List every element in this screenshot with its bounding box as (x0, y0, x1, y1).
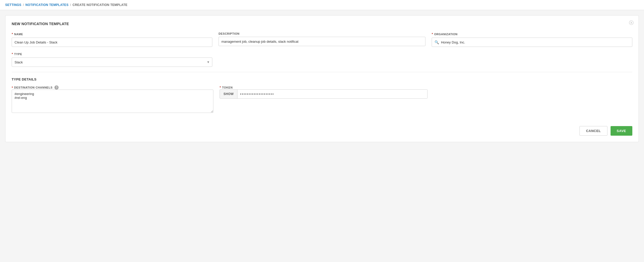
type-required-star: * (12, 52, 13, 56)
save-button[interactable]: SAVE (611, 126, 632, 136)
main-content: NEW NOTIFICATION TEMPLATE ⓧ * NAME DESCR… (0, 10, 644, 147)
destination-channels-textarea[interactable]: #engineering #rel-eng (12, 90, 213, 113)
breadcrumb-sep-2: / (70, 3, 71, 7)
breadcrumb-sep-1: / (23, 3, 24, 7)
organization-input-wrapper: 🔍 (432, 38, 632, 47)
breadcrumb-settings-link[interactable]: SETTINGS (5, 3, 21, 7)
token-input-wrapper: SHOW (220, 89, 428, 99)
close-button[interactable]: ⓧ (628, 20, 634, 26)
token-group: * TOKEN SHOW (220, 85, 428, 114)
token-label: * TOKEN (220, 85, 428, 89)
type-select-wrapper: Slack Email PagerDuty HipChat Webhook ▼ (12, 57, 212, 67)
breadcrumb: SETTINGS / NOTIFICATION TEMPLATES / CREA… (0, 0, 644, 10)
type-group: * TYPE Slack Email PagerDuty HipChat Web… (12, 52, 212, 67)
destination-channels-help-icon[interactable]: ? (54, 85, 59, 90)
token-input[interactable] (237, 90, 427, 98)
description-group: DESCRIPTION (219, 32, 425, 47)
token-required-star: * (220, 85, 221, 89)
form-card: NEW NOTIFICATION TEMPLATE ⓧ * NAME DESCR… (5, 15, 639, 142)
organization-label: * ORGANIZATION (432, 32, 632, 36)
type-details-row: * DESTINATION CHANNELS ? #engineering #r… (12, 85, 632, 114)
name-label: * NAME (12, 32, 212, 36)
type-details-subtitle: TYPE DETAILS (12, 77, 632, 81)
section-divider (12, 72, 632, 72)
organization-input[interactable] (441, 40, 629, 44)
token-show-button[interactable]: SHOW (220, 90, 237, 98)
description-label: DESCRIPTION (219, 32, 425, 35)
card-title: NEW NOTIFICATION TEMPLATE (12, 22, 632, 26)
breadcrumb-notification-templates-link[interactable]: NOTIFICATION TEMPLATES (25, 3, 68, 7)
type-select[interactable]: Slack Email PagerDuty HipChat Webhook (12, 57, 212, 67)
name-required-star: * (12, 32, 13, 36)
form-row-1: * NAME DESCRIPTION * ORGANIZATION (12, 32, 632, 47)
organization-group: * ORGANIZATION 🔍 (432, 32, 632, 47)
destination-channels-group: * DESTINATION CHANNELS ? #engineering #r… (12, 85, 213, 114)
name-group: * NAME (12, 32, 212, 47)
form-row-2: * TYPE Slack Email PagerDuty HipChat Web… (12, 52, 632, 67)
footer-actions: CANCEL SAVE (12, 122, 632, 136)
organization-search-icon: 🔍 (435, 40, 439, 44)
destination-channels-required-star: * (12, 86, 13, 90)
organization-required-star: * (432, 32, 433, 36)
breadcrumb-current: CREATE NOTIFICATION TEMPLATE (73, 3, 128, 7)
name-input[interactable] (12, 38, 212, 47)
type-label: * TYPE (12, 52, 212, 56)
description-input[interactable] (219, 37, 425, 46)
cancel-button[interactable]: CANCEL (579, 126, 607, 136)
destination-channels-label: * DESTINATION CHANNELS ? (12, 85, 213, 90)
